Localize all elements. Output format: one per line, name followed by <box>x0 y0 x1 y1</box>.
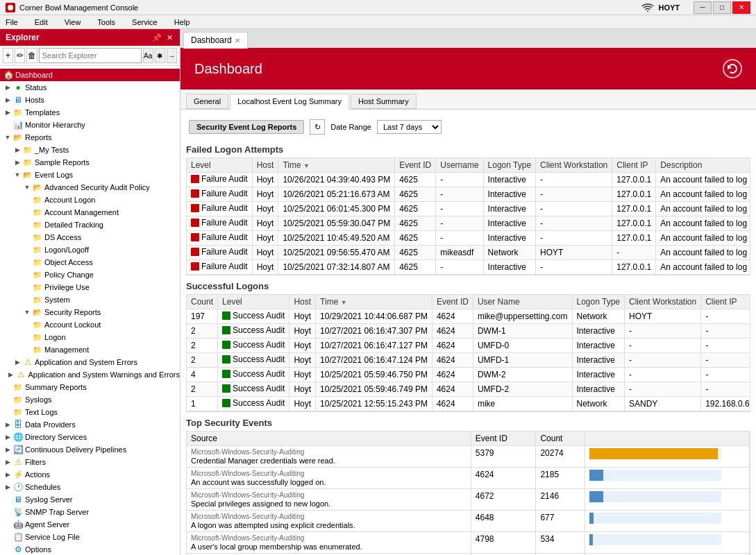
cd-toggle[interactable]: ▶ <box>3 445 12 454</box>
dir-services-toggle[interactable]: ▶ <box>3 432 12 442</box>
sidebar-item-policy-change[interactable]: 📁 Policy Change <box>0 268 180 281</box>
sidebar-pin-button[interactable]: 📌 <box>152 33 162 42</box>
table-row[interactable]: Failure Audit Hoyt 10/26/2021 04:39:40.4… <box>187 173 750 187</box>
sub-tab-localhost[interactable]: Localhost Event Log Summary <box>230 94 349 110</box>
date-range-select[interactable]: Last 7 days Last 30 days Last 90 days <box>377 120 442 134</box>
sidebar-item-templates[interactable]: ▶ 📁 Templates <box>0 106 180 119</box>
search-star-button[interactable]: ✱ <box>155 48 165 63</box>
table-row[interactable]: Failure Audit Hoyt 10/26/2021 05:21:16.6… <box>187 187 750 202</box>
sidebar-item-actions[interactable]: ▶ ⚡ Actions <box>0 468 180 481</box>
sidebar-item-advanced-security[interactable]: ▼ 📂 Advanced Security Audit Policy <box>0 181 180 194</box>
col-event-id[interactable]: Event ID <box>432 295 473 309</box>
menu-file[interactable]: File <box>3 17 21 28</box>
delete-button[interactable]: 🗑 <box>26 48 37 63</box>
sidebar-item-reports[interactable]: ▼ 📂 Reports <box>0 131 180 144</box>
table-row[interactable]: Failure Audit Hoyt 10/25/2021 06:01:45.3… <box>187 202 750 216</box>
sidebar-item-schedules[interactable]: ▶ 🕐 Schedules <box>0 481 180 493</box>
my-tests-toggle[interactable]: ▶ <box>12 145 22 155</box>
table-row[interactable]: Microsoft-Windows-Security-Auditing Spec… <box>187 489 750 511</box>
sidebar-item-event-logs[interactable]: ▼ 📂 Event Logs <box>0 169 180 181</box>
sub-tab-general[interactable]: General <box>186 94 228 109</box>
actions-toggle[interactable]: ▶ <box>3 470 12 479</box>
col-logon-type[interactable]: Logon Type <box>483 158 536 173</box>
sidebar-item-account-logon[interactable]: 📁 Account Logon <box>0 194 180 206</box>
table-row[interactable]: 2 Success Audit Hoyt 10/25/2021 05:59:46… <box>187 382 750 397</box>
sidebar-item-snmp-trap-server[interactable]: 📡 SNMP Trap Server <box>0 506 180 518</box>
sidebar-item-detailed-tracking[interactable]: 📁 Detailed Tracking <box>0 219 180 231</box>
sidebar-item-account-management[interactable]: 📁 Account Management <box>0 206 180 219</box>
sidebar-item-options[interactable]: ⚙ Options <box>0 543 180 555</box>
reports-toggle[interactable]: ▼ <box>3 133 12 142</box>
col-time[interactable]: Time ▼ <box>278 158 395 173</box>
menu-view[interactable]: View <box>62 17 84 28</box>
sidebar-item-system[interactable]: 📁 System <box>0 293 180 306</box>
table-row[interactable]: Failure Audit Hoyt 10/25/2021 05:59:30.0… <box>187 216 750 231</box>
templates-toggle[interactable]: ▶ <box>3 108 12 117</box>
table-row[interactable]: 197 Success Audit Hoyt 10/29/2021 10:44:… <box>187 309 750 324</box>
app-errors-toggle[interactable]: ▶ <box>12 357 22 367</box>
col-time[interactable]: Time ▼ <box>316 295 432 309</box>
table-row[interactable]: Microsoft-Windows-Security-Auditing An a… <box>187 468 750 489</box>
sidebar-item-app-system-errors[interactable]: ▶ ⚠ Application and System Errors <box>0 356 180 368</box>
status-toggle[interactable]: ▶ <box>3 83 12 92</box>
close-button[interactable]: ✕ <box>732 1 750 14</box>
window-controls[interactable]: ─ □ ✕ <box>694 1 750 14</box>
sidebar-item-management[interactable]: 📁 Management <box>0 343 180 356</box>
menu-service[interactable]: Service <box>129 17 160 28</box>
add-button[interactable]: + <box>3 48 13 63</box>
col-client-ip[interactable]: Client IP <box>612 158 656 173</box>
sidebar-item-syslogs[interactable]: 📁 Syslogs <box>0 393 180 406</box>
adv-security-toggle[interactable]: ▼ <box>22 182 32 192</box>
sidebar-item-continuous-delivery[interactable]: ▶ 🔄 Continuous Delivery Pipelines <box>0 443 180 456</box>
sub-tab-host-summary[interactable]: Host Summary <box>351 94 417 109</box>
sidebar-item-directory-services[interactable]: ▶ 🌐 Directory Services <box>0 431 180 443</box>
minimize-button[interactable]: ─ <box>694 1 712 14</box>
data-providers-toggle[interactable]: ▶ <box>3 420 12 429</box>
sidebar-item-logon-logoff[interactable]: 📁 Logon/Logoff <box>0 244 180 256</box>
sidebar-item-ds-access[interactable]: 📁 DS Access <box>0 231 180 244</box>
filters-toggle[interactable]: ▶ <box>3 457 12 467</box>
col-level[interactable]: Level <box>187 158 252 173</box>
sidebar-item-status[interactable]: ▶ ● Status <box>0 81 180 94</box>
col-client-workstation[interactable]: Client Workstation <box>536 158 612 173</box>
sidebar-item-filters[interactable]: ▶ ⚠ Filters <box>0 456 180 468</box>
col-event-id[interactable]: Event ID <box>395 158 436 173</box>
sidebar-item-object-access[interactable]: 📁 Object Access <box>0 256 180 268</box>
sidebar-item-monitor-hierarchy[interactable]: 📊 Monitor Hierarchy <box>0 119 180 131</box>
col-level[interactable]: Level <box>218 295 289 309</box>
col-count[interactable]: Count <box>187 295 218 309</box>
table-row[interactable]: Failure Audit Hoyt 10/25/2021 07:32:14.8… <box>187 260 750 275</box>
sidebar-item-app-system-warnings[interactable]: ▶ ⚠ Application and System Warnings and … <box>0 368 180 381</box>
table-row[interactable]: Microsoft-Windows-Security-Auditing Cred… <box>187 446 750 468</box>
security-reports-toggle[interactable]: ▼ <box>22 307 32 317</box>
event-logs-toggle[interactable]: ▼ <box>12 170 22 180</box>
col-source[interactable]: Source <box>187 432 471 446</box>
sidebar-item-hosts[interactable]: ▶ 🖥 Hosts <box>0 94 180 106</box>
sidebar-item-syslog-server[interactable]: 🖥 Syslog Server <box>0 493 180 506</box>
sidebar-item-sample-reports[interactable]: ▶ 📁 Sample Reports <box>0 156 180 169</box>
col-count[interactable]: Count <box>536 432 585 446</box>
table-row[interactable]: 4 Success Audit Hoyt 10/25/2021 05:59:46… <box>187 368 750 382</box>
sidebar-item-text-logs[interactable]: 📁 Text Logs <box>0 406 180 418</box>
app-warnings-toggle[interactable]: ▶ <box>6 370 16 379</box>
sidebar-item-dashboard[interactable]: 🏠 Dashboard <box>0 69 180 81</box>
col-host[interactable]: Host <box>252 158 278 173</box>
menu-help[interactable]: Help <box>171 17 193 28</box>
search-input[interactable] <box>39 48 142 63</box>
search-go-button[interactable]: → <box>167 48 177 63</box>
filter-refresh-button[interactable]: ↻ <box>310 119 325 135</box>
menu-tools[interactable]: Tools <box>94 17 118 28</box>
col-username[interactable]: User Name <box>473 295 572 309</box>
sidebar-item-account-lockout[interactable]: 📁 Account Lockout <box>0 318 180 331</box>
col-username[interactable]: Username <box>436 158 483 173</box>
col-description[interactable]: Description <box>656 158 750 173</box>
schedules-toggle[interactable]: ▶ <box>3 482 12 492</box>
table-row[interactable]: Failure Audit Hoyt 10/25/2021 10:45:49.5… <box>187 231 750 246</box>
maximize-button[interactable]: □ <box>713 1 731 14</box>
col-event-id[interactable]: Event ID <box>471 432 536 446</box>
sidebar-item-data-providers[interactable]: ▶ 🗄 Data Providers <box>0 418 180 431</box>
col-host[interactable]: Host <box>289 295 316 309</box>
table-row[interactable]: 2 Success Audit Hoyt 10/27/2021 06:16:47… <box>187 353 750 368</box>
tab-dashboard[interactable]: Dashboard ✕ <box>183 32 248 49</box>
table-row[interactable]: 2 Success Audit Hoyt 10/27/2021 06:16:47… <box>187 324 750 339</box>
